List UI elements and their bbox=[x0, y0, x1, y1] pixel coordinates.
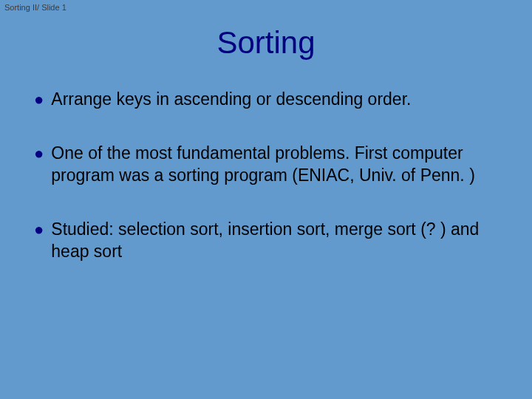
slide: Sorting II/ Slide 1 Sorting ● Arrange ke… bbox=[0, 0, 532, 399]
bullet-text: One of the most fundamental problems. Fi… bbox=[51, 143, 502, 186]
slide-title: Sorting bbox=[0, 0, 532, 61]
bullet-icon: ● bbox=[34, 143, 51, 164]
bullet-text: Studied: selection sort, insertion sort,… bbox=[51, 219, 502, 262]
slide-meta: Sorting II/ Slide 1 bbox=[4, 3, 66, 12]
bullet-item: ● Studied: selection sort, insertion sor… bbox=[34, 219, 502, 262]
slide-body: ● Arrange keys in ascending or descendin… bbox=[0, 61, 532, 262]
bullet-icon: ● bbox=[34, 89, 51, 110]
bullet-item: ● Arrange keys in ascending or descendin… bbox=[34, 89, 502, 110]
bullet-icon: ● bbox=[34, 219, 51, 240]
bullet-item: ● One of the most fundamental problems. … bbox=[34, 143, 502, 186]
bullet-text: Arrange keys in ascending or descending … bbox=[51, 89, 502, 110]
